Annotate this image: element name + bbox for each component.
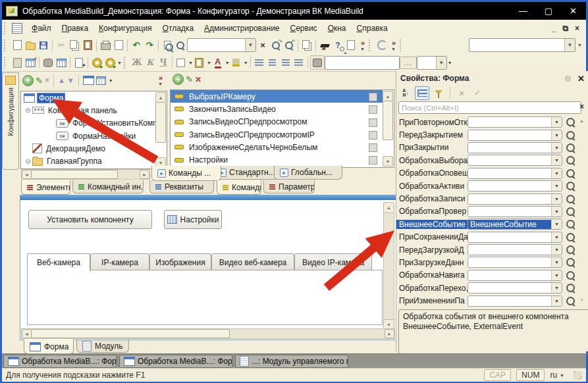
- align-justify-icon[interactable]: [292, 56, 306, 69]
- edit-icon[interactable]: ✎: [186, 74, 193, 84]
- scrollbar-thumb[interactable]: [31, 170, 118, 179]
- command-checkbox[interactable]: [369, 156, 377, 165]
- clear-search-icon[interactable]: ×: [256, 39, 269, 52]
- check-form-icon[interactable]: [83, 76, 94, 85]
- align-left-icon[interactable]: [253, 56, 266, 69]
- help-search-icon[interactable]: ?: [331, 39, 344, 52]
- underline-icon[interactable]: Ч: [157, 56, 170, 69]
- command-checkbox[interactable]: [369, 118, 377, 127]
- search-combobox[interactable]: ▼: [187, 38, 256, 52]
- mdi-restore-button[interactable]: ⧉: [562, 24, 568, 33]
- sort-alphabetical-icon[interactable]: АЯ ↓: [399, 87, 412, 99]
- form-designer[interactable]: Установить компоненту Настройки Веб-каме…: [20, 195, 396, 340]
- chevron-down-icon[interactable]: ▼: [551, 270, 562, 280]
- chevron-down-icon[interactable]: ▼: [551, 257, 562, 267]
- property-value-field[interactable]: ▼: [468, 257, 562, 268]
- property-row[interactable]: ОбработкаВыбора▼: [396, 154, 575, 166]
- property-value-field[interactable]: ▼: [468, 270, 562, 281]
- scroll-up-button[interactable]: ▲: [155, 92, 166, 103]
- mdi-minimize-button[interactable]: _: [552, 24, 556, 33]
- maximize-button[interactable]: ▢: [545, 7, 552, 16]
- tab-Глобальн-[interactable]: ▸Глобальн...: [274, 166, 342, 180]
- move-down-icon[interactable]: ▼: [67, 76, 74, 84]
- cancel-edit-icon[interactable]: ×: [455, 87, 468, 99]
- system-menu-icon[interactable]: [12, 23, 22, 34]
- editor-tab-модуль[interactable]: Модуль: [76, 340, 129, 353]
- tab-Команды-[interactable]: ▸Команды ...: [151, 166, 221, 181]
- toolbar-grip[interactable]: [400, 39, 404, 51]
- copy-pages-icon[interactable]: [300, 39, 313, 52]
- menu-item-правка[interactable]: Правка: [57, 22, 94, 35]
- open-value-magnifier-icon[interactable]: [566, 207, 575, 216]
- properties-search-input[interactable]: [398, 101, 581, 114]
- menu-item-окна[interactable]: Окна: [323, 22, 352, 35]
- form-tab-Веб-камера[interactable]: Веб-камера: [27, 253, 90, 272]
- property-value-field[interactable]: ВнешнееСобытие▼: [468, 218, 562, 230]
- expander-icon[interactable]: ⊖: [24, 107, 32, 114]
- chevron-down-icon[interactable]: ▼: [117, 61, 122, 65]
- toolbar-grip[interactable]: [4, 57, 9, 68]
- designer-vscrollbar[interactable]: [383, 213, 394, 320]
- toolbar-grip[interactable]: [4, 39, 9, 51]
- open-value-magnifier-icon[interactable]: [566, 143, 575, 152]
- tree-item[interactable]: ⊖ГлавнаяГруппа: [21, 155, 156, 167]
- more-buttons-chevron[interactable]: »▼: [388, 39, 398, 52]
- command-checkbox[interactable]: [369, 105, 377, 114]
- property-row[interactable]: ПередЗакрытием▼: [396, 128, 575, 141]
- form-tab-IP-камера[interactable]: IP-камера: [90, 253, 149, 272]
- property-row[interactable]: ПриСохраненииДа▼: [396, 231, 575, 243]
- scroll-left-button[interactable]: ◄: [22, 170, 32, 179]
- delete-icon[interactable]: ✕: [195, 75, 201, 84]
- toolbar-options-icon[interactable]: ▼: [577, 43, 582, 47]
- designer-hscrollbar[interactable]: ◄ ►: [21, 328, 395, 339]
- mdi-close-button[interactable]: ×: [575, 24, 579, 33]
- chevron-down-icon[interactable]: ▼: [551, 155, 562, 165]
- property-value-field[interactable]: ▼: [468, 130, 562, 141]
- templates-icon[interactable]: [344, 39, 358, 52]
- scrollbar-thumb[interactable]: [155, 102, 166, 143]
- close-properties-icon[interactable]: ✕: [577, 74, 585, 84]
- save-disabled-icon[interactable]: [11, 56, 24, 69]
- document-run-icon[interactable]: ▸: [72, 56, 86, 69]
- elements-more-chevron[interactable]: »▼: [155, 74, 165, 86]
- command-item[interactable]: ЗаписьВидеоСПредпросмотромIP: [171, 128, 383, 141]
- more-buttons-chevron[interactable]: »▼: [358, 39, 367, 52]
- open-value-magnifier-icon[interactable]: [566, 182, 575, 190]
- grid-button-icon[interactable]: [310, 55, 325, 70]
- italic-icon[interactable]: К: [144, 56, 157, 69]
- open-value-magnifier-icon[interactable]: [566, 118, 575, 126]
- menu-item-справка[interactable]: Справка: [352, 22, 393, 35]
- property-value-field[interactable]: ▼: [468, 142, 562, 153]
- tree-item[interactable]: ДекорацияДемо: [21, 142, 156, 155]
- scroll-down-button[interactable]: ▼: [383, 156, 393, 166]
- tab-Стандартн-[interactable]: ▸Стандартн...: [212, 166, 283, 180]
- copy-icon[interactable]: [68, 39, 81, 52]
- delete-icon[interactable]: ×: [45, 76, 49, 85]
- command-checkbox[interactable]: [369, 131, 377, 140]
- command-item[interactable]: Настройки: [171, 153, 383, 166]
- command-checkbox[interactable]: [369, 93, 377, 101]
- chevron-down-icon[interactable]: ▼: [245, 39, 255, 51]
- clear-search-icon[interactable]: ×: [579, 102, 584, 111]
- scroll-up-button[interactable]: ▲: [383, 91, 393, 101]
- property-value-field[interactable]: ▼: [468, 193, 562, 205]
- property-value-field[interactable]: ▼: [468, 295, 562, 307]
- scrollbar-thumb[interactable]: [31, 329, 230, 338]
- align-center-icon[interactable]: [266, 56, 279, 69]
- cut-icon[interactable]: ✂: [55, 39, 68, 52]
- scroll-left-button[interactable]: ◄: [22, 329, 32, 338]
- toolbar-grip[interactable]: [4, 22, 9, 34]
- scroll-up-button[interactable]: ▲: [383, 202, 394, 213]
- paste-icon[interactable]: [81, 39, 94, 52]
- border-icon[interactable]: [174, 56, 188, 69]
- toolbar-grip[interactable]: [124, 57, 128, 68]
- dock-tab-configuration[interactable]: Конфигурация: [2, 72, 19, 170]
- property-value-field[interactable]: ▼: [468, 232, 562, 243]
- menu-item-конфигурация[interactable]: Конфигурация: [94, 22, 157, 35]
- command-item[interactable]: ЗаписьВидеоСПредпросмотром: [171, 116, 383, 128]
- property-value-field[interactable]: ▼: [468, 282, 562, 294]
- tree-item[interactable]: окФормаНастройки: [21, 130, 156, 142]
- property-row[interactable]: ОбработкаОповещ▼: [396, 167, 575, 180]
- table-settings-icon[interactable]: [55, 56, 68, 69]
- add-icon[interactable]: +: [173, 74, 184, 85]
